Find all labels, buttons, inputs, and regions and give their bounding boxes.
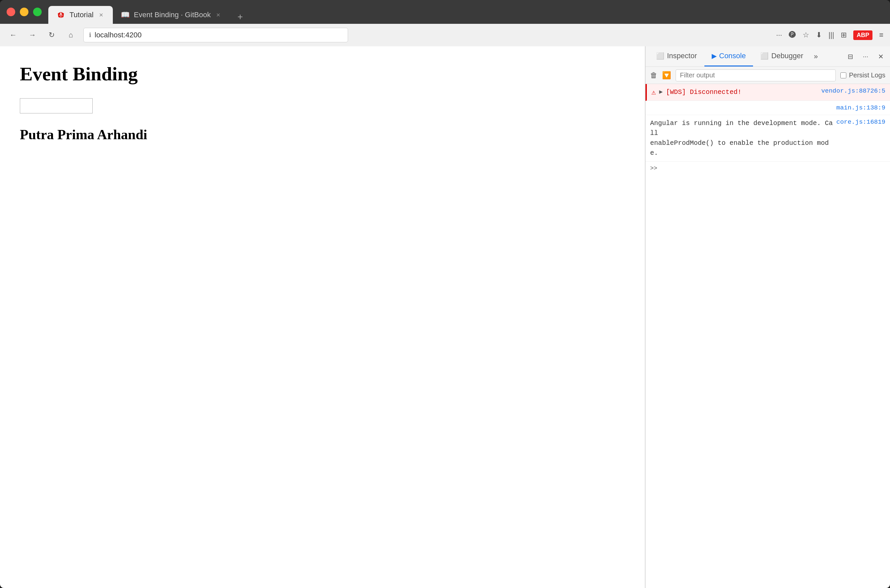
prompt-icon: >> — [650, 165, 657, 172]
devtools-undock-button[interactable]: ⊟ — [844, 51, 856, 63]
tab-tutorial[interactable]: Tutorial ✕ — [48, 6, 113, 24]
tab-gitbook-close[interactable]: ✕ — [215, 11, 222, 18]
console-source-wds[interactable]: vendor.js:88726:5 — [821, 87, 885, 94]
console-source-main[interactable]: main.js:138:9 — [836, 104, 885, 111]
inspector-icon: ⬜ — [656, 52, 664, 60]
traffic-lights — [7, 8, 42, 16]
abp-badge[interactable]: ABP — [853, 30, 872, 40]
tab-debugger[interactable]: ⬜ Debugger — [753, 46, 810, 66]
console-icon: ▶ — [712, 52, 717, 60]
devtools-more-tabs[interactable]: » — [810, 50, 821, 63]
maximize-button[interactable] — [33, 8, 42, 16]
url-bar[interactable]: ℹ localhost:4200 — [83, 28, 348, 42]
persist-logs: Persist Logs — [840, 71, 885, 79]
console-row-wds: ⚠ ▶ [WDS] Disconnected! vendor.js:88726:… — [645, 84, 890, 101]
text-input[interactable] — [20, 98, 93, 113]
console-toolbar: 🗑 🔽 Persist Logs — [645, 67, 890, 84]
title-bar: Tutorial ✕ 📖 Event Binding · GitBook ✕ + — [0, 0, 890, 24]
console-filter-icon: 🔽 — [662, 71, 671, 80]
console-source-angular[interactable]: core.js:16819 — [836, 118, 885, 126]
close-button[interactable] — [7, 8, 15, 16]
devtools-more-button[interactable]: ··· — [860, 51, 872, 63]
minimize-button[interactable] — [20, 8, 29, 16]
new-tab-button[interactable]: + — [233, 10, 247, 24]
main-content: Event Binding Putra Prima Arhandi ⬜ Insp… — [0, 46, 890, 588]
download-button[interactable]: ⬇ — [816, 31, 822, 39]
devtools-panel: ⬜ Inspector ▶ Console ⬜ Debugger » ⊟ ···… — [645, 46, 890, 588]
console-prompt: >> — [645, 162, 890, 175]
containers-button[interactable]: ⊞ — [841, 31, 846, 39]
console-msg-angular: Angular is running in the development mo… — [650, 118, 833, 158]
reader-button[interactable]: ||| — [828, 31, 834, 39]
pocket-button[interactable]: 🅟 — [789, 31, 796, 39]
console-row-main: main.js:138:9 — [645, 101, 890, 115]
tab-debugger-label: Debugger — [771, 52, 803, 60]
toolbar-right: ··· 🅟 ☆ ⬇ ||| ⊞ ABP ≡ — [776, 30, 883, 40]
console-msg-wds: [WDS] Disconnected! — [666, 87, 818, 97]
devtools-tabs: ⬜ Inspector ▶ Console ⬜ Debugger » ⊟ ···… — [645, 46, 890, 67]
error-icon: ⚠ — [651, 88, 656, 97]
bookmark-button[interactable]: ☆ — [803, 31, 809, 39]
debugger-icon: ⬜ — [760, 52, 768, 60]
back-button[interactable]: ← — [7, 28, 20, 42]
gitbook-icon: 📖 — [121, 10, 130, 20]
persist-logs-label: Persist Logs — [849, 71, 885, 79]
menu-button[interactable]: ≡ — [879, 31, 883, 39]
browser-window: Tutorial ✕ 📖 Event Binding · GitBook ✕ +… — [0, 0, 890, 588]
console-filter-input[interactable] — [675, 69, 836, 81]
angular-icon — [56, 10, 66, 20]
expand-icon[interactable]: ▶ — [659, 88, 663, 95]
tab-gitbook-label: Event Binding · GitBook — [134, 10, 211, 19]
tab-inspector-label: Inspector — [667, 52, 697, 60]
console-row-angular: Angular is running in the development mo… — [645, 115, 890, 162]
tab-tutorial-label: Tutorial — [69, 10, 94, 19]
devtools-tab-actions: ⊟ ··· ✕ — [844, 51, 887, 63]
page-title: Event Binding — [20, 63, 625, 85]
tab-tutorial-close[interactable]: ✕ — [98, 11, 105, 18]
url-text: localhost:4200 — [95, 31, 142, 39]
forward-button[interactable]: → — [26, 28, 39, 42]
console-clear-button[interactable]: 🗑 — [650, 71, 657, 80]
home-button[interactable]: ⌂ — [64, 28, 77, 42]
tab-console-label: Console — [719, 52, 746, 60]
tab-inspector[interactable]: ⬜ Inspector — [649, 46, 704, 66]
tab-console[interactable]: ▶ Console — [704, 46, 753, 66]
persist-logs-checkbox[interactable] — [840, 72, 846, 78]
page-content: Event Binding Putra Prima Arhandi — [0, 46, 645, 588]
address-bar: ← → ↻ ⌂ ℹ localhost:4200 ··· 🅟 ☆ ⬇ ||| ⊞… — [0, 24, 890, 46]
devtools-close-button[interactable]: ✕ — [875, 51, 887, 63]
tab-gitbook[interactable]: 📖 Event Binding · GitBook ✕ — [113, 6, 230, 24]
more-button[interactable]: ··· — [776, 31, 782, 39]
refresh-button[interactable]: ↻ — [45, 28, 58, 42]
info-icon: ℹ — [89, 32, 91, 39]
tabs-bar: Tutorial ✕ 📖 Event Binding · GitBook ✕ + — [48, 0, 883, 24]
page-name: Putra Prima Arhandi — [20, 127, 625, 142]
console-output: ⚠ ▶ [WDS] Disconnected! vendor.js:88726:… — [645, 84, 890, 588]
